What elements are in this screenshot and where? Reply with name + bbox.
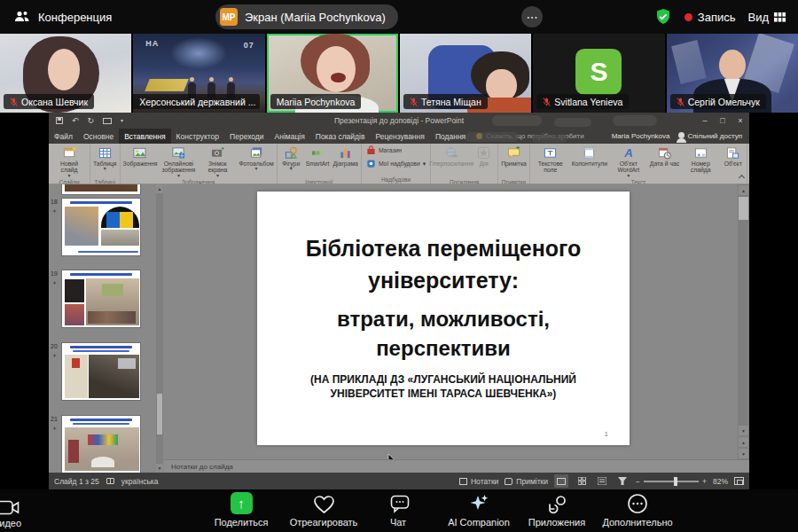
photo-shape (48, 49, 80, 90)
slide-thumbnail[interactable] (61, 342, 141, 401)
scroll-down-icon[interactable]: ▼ (739, 426, 748, 435)
apps-button[interactable]: Приложения (521, 493, 592, 528)
start-slideshow-icon[interactable] (103, 118, 112, 124)
my-addins-icon (366, 159, 376, 168)
scroll-up-icon[interactable]: ▲ (739, 185, 748, 195)
slide-sorter-view-button[interactable] (575, 474, 589, 488)
normal-view-button[interactable] (554, 474, 568, 488)
participant-tile-khersonskyi[interactable]: НА 07 Херсонський державний ... (133, 34, 264, 113)
shapes-button[interactable]: Фігури▾ (278, 144, 304, 179)
photo-album-icon (250, 146, 263, 160)
store-button[interactable]: Магазин (363, 144, 405, 157)
smartart-button[interactable]: SmartArt (304, 144, 332, 179)
tab-insert[interactable]: Вставлення (119, 129, 170, 144)
comment-button[interactable]: Примітка (499, 144, 528, 179)
more-button[interactable]: Дополнительно (599, 493, 676, 528)
slide-thumbnail[interactable] (61, 184, 141, 195)
tab-animations[interactable]: Анімація (270, 129, 310, 144)
equation-button[interactable]: π Формула▾ (748, 144, 749, 179)
hyperlink-button[interactable]: Гіперпосилання (432, 144, 471, 179)
tab-slideshow[interactable]: Показ слайдів (310, 129, 371, 144)
react-button[interactable]: Отреагировать (282, 493, 365, 528)
language-indicator[interactable]: українська (121, 477, 159, 486)
ai-companion-button[interactable]: AI Companion (438, 493, 520, 528)
scroll-up-icon[interactable]: ▲ (156, 184, 163, 193)
slide-thumbnail[interactable] (61, 198, 141, 256)
view-button[interactable]: Вид (747, 11, 786, 24)
tab-home[interactable]: Основне (78, 129, 119, 144)
slide-number-button[interactable]: Номер слайда (681, 144, 720, 179)
picture-button[interactable]: Зображення (121, 144, 160, 179)
share-document-button[interactable]: Спільний доступ (678, 132, 742, 140)
zoom-in-icon[interactable]: + (702, 477, 707, 486)
tab-file[interactable]: Файл (49, 129, 78, 144)
wordart-button[interactable]: A Об'єкт WordArt▾ (609, 144, 648, 179)
close-button[interactable]: × (732, 113, 749, 129)
chat-button[interactable]: Чат (379, 493, 417, 528)
action-button[interactable]: Дія (471, 144, 497, 179)
reading-view-button[interactable] (595, 474, 609, 488)
date-time-button[interactable]: Дата й час (648, 144, 681, 179)
tab-transitions[interactable]: Переходи (224, 129, 270, 144)
header-footer-button[interactable]: Колонтитули (570, 144, 609, 179)
slideshow-view-button[interactable] (615, 474, 630, 488)
zoom-slider[interactable]: − + (636, 477, 707, 486)
zoom-percentage[interactable]: 82% (713, 477, 728, 486)
chart-button[interactable]: Діаграма (331, 144, 359, 179)
participant-tile-oksana[interactable]: Оксана Шевчик (0, 34, 131, 113)
zoom-out-icon[interactable]: − (636, 477, 640, 486)
vertical-scrollbar[interactable]: ▲ ▼ ▲ ▼ (738, 184, 749, 459)
conference-info[interactable]: Конференция (14, 0, 112, 34)
screen-share-pill[interactable]: MP Экран (Mariia Pochynkova) (215, 4, 398, 29)
my-addins-button[interactable]: Мої надбудови▾ (363, 157, 429, 170)
previous-slide-button[interactable]: ▲ (739, 437, 748, 447)
spellcheck-icon[interactable] (106, 478, 114, 484)
comments-toggle[interactable]: Примітки (505, 477, 548, 486)
fit-slide-icon[interactable] (734, 477, 744, 485)
zoom-knob[interactable] (674, 477, 677, 486)
slide-editor-column: Бібліотека переміщеного університету: вт… (164, 184, 749, 473)
redo-icon[interactable]: ↻ (88, 117, 95, 125)
notes-placeholder: Нотатки до слайда (171, 463, 233, 471)
minimize-button[interactable]: – (696, 113, 714, 129)
scroll-thumb[interactable] (739, 197, 748, 220)
slide-counter[interactable]: Слайд 1 з 25 (54, 477, 99, 486)
slide-thumbnail[interactable] (61, 415, 141, 473)
notes-pane[interactable]: Нотатки до слайда (164, 459, 749, 473)
table-button[interactable]: Таблиця▾ (91, 144, 119, 179)
tab-design[interactable]: Конструктор (171, 129, 224, 144)
thumb-content (101, 207, 139, 228)
security-shield-icon[interactable] (654, 8, 672, 26)
grid-view-icon (774, 12, 786, 22)
share-screen-button[interactable]: ↑ Поделиться (206, 493, 277, 528)
scroll-thumb[interactable] (157, 394, 162, 434)
slide-canvas-area[interactable]: Бібліотека переміщеного університету: вт… (164, 184, 749, 459)
text-box-button[interactable]: Текстове поле (531, 144, 570, 179)
online-pictures-button[interactable]: Онлайнові зображення▾ (159, 144, 198, 179)
thumbnail-scrollbar[interactable]: ▲ ▼ (156, 184, 163, 473)
save-icon[interactable] (56, 117, 63, 124)
slide-canvas[interactable]: Бібліотека переміщеного університету: вт… (257, 192, 630, 445)
photo-album-button[interactable]: Фотоальбом▾ (237, 144, 275, 179)
collapse-ribbon-icon[interactable] (738, 174, 746, 182)
next-slide-button[interactable]: ▼ (739, 449, 748, 458)
notes-toggle[interactable]: Нотатки (459, 477, 498, 486)
participant-tile-svitlana[interactable]: S Svitlana Yenieva (533, 34, 664, 113)
new-slide-button[interactable]: Новий слайд▾ (50, 144, 89, 179)
slide-thumbnail[interactable] (61, 270, 141, 328)
scroll-down-icon[interactable]: ▼ (156, 464, 163, 473)
pill-more-button[interactable]: ⋯ (521, 6, 543, 27)
undo-icon[interactable]: ↶ (72, 117, 79, 125)
zoom-track[interactable] (644, 481, 699, 482)
signed-in-user[interactable]: Maria Pochynkova (612, 132, 670, 140)
customize-qat-icon[interactable]: ▾ (121, 118, 123, 123)
recording-indicator[interactable]: Запись (685, 11, 736, 24)
maximize-button[interactable]: □ (714, 113, 732, 129)
video-button[interactable]: Видео (0, 494, 35, 528)
tab-review[interactable]: Рецензування (370, 129, 429, 144)
screenshot-button[interactable]: Знімок екрана▾ (198, 144, 237, 179)
participant-tile-mariia[interactable]: Mariia Pochynkova (267, 34, 398, 113)
ribbon-group-links: Гіперпосилання Дія Посилання (431, 144, 498, 184)
participant-tile-tetiana[interactable]: Тетяна Міщан (400, 34, 531, 113)
participant-tile-serhii[interactable]: Сергій Омельчук (667, 34, 798, 113)
